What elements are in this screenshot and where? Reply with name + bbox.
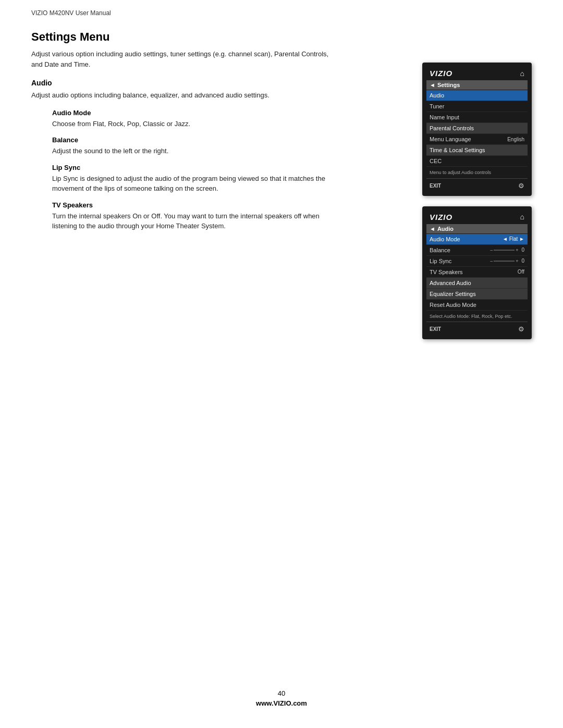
tv-lip-sync[interactable]: Lip Sync – + 0	[426, 256, 528, 267]
tv-exit-2[interactable]: EXIT	[430, 326, 441, 332]
website-url: www.VIZIO.com	[256, 699, 307, 707]
tv-exit-1[interactable]: EXIT	[430, 183, 441, 189]
tv-home-icon-1: ⌂	[520, 69, 524, 78]
tv-back-arrow-2: ◄	[430, 226, 435, 232]
tv-equalizer[interactable]: Equalizer Settings	[426, 289, 528, 300]
tv-menu-audio[interactable]: Audio	[426, 90, 528, 101]
subsection-tv-speakers: TV Speakers Turn the internal speakers O…	[52, 201, 334, 231]
tv-reset-audio-label: Reset Audio Mode	[430, 302, 476, 308]
tv-menu-cec[interactable]: CEC	[426, 156, 528, 167]
tv-lip-sync-val: 0	[521, 258, 524, 264]
tv-menu-parental[interactable]: Parental Controls	[426, 123, 528, 134]
tv-menu-name-input[interactable]: Name Input	[426, 112, 528, 123]
tv-audio-mode-label: Audio Mode	[430, 236, 460, 242]
tv-menu-tuner-label: Tuner	[430, 103, 444, 109]
tv-footer-2: EXIT ⚙	[426, 323, 528, 335]
tv-separator-1	[426, 178, 528, 179]
tv-menu-time-local-label: Time & Local Settings	[430, 147, 485, 153]
tv-home-icon-2: ⌂	[520, 213, 524, 221]
tv-equalizer-label: Equalizer Settings	[430, 291, 476, 297]
page-number: 40	[0, 689, 563, 697]
tv-balance-label: Balance	[430, 247, 450, 253]
page-footer: 40 www.VIZIO.com	[0, 674, 563, 712]
tv-logo-2: VIZIO	[430, 213, 452, 221]
tv-speakers-value: Off	[518, 269, 524, 275]
tv-screen-settings: VIZIO ⌂ ◄ Settings Audio Tuner Name Inpu…	[422, 63, 532, 196]
tv-menu-language-value: English	[507, 137, 524, 142]
tv-menu-language[interactable]: Menu Language English	[426, 134, 528, 145]
audio-mode-text: Choose from Flat, Rock, Pop, Classic or …	[52, 119, 334, 129]
balance-text: Adjust the sound to the left or the righ…	[52, 146, 334, 156]
tv-ok-icon-1: ⚙	[518, 182, 524, 190]
audio-text: Adjust audio options including balance, …	[31, 90, 334, 101]
subsection-lip-sync: Lip Sync Lip Sync is designed to adjust …	[52, 164, 334, 194]
tv-speakers-text: Turn the internal speakers On or Off. Yo…	[52, 211, 334, 231]
tv-back-label-2: Audio	[437, 226, 454, 232]
intro-text: Adjust various option including audio se…	[31, 49, 334, 69]
page-header: VIZIO M420NV User Manual	[0, 0, 563, 20]
tv-menu-parental-label: Parental Controls	[430, 125, 474, 131]
tv-footer-1: EXIT ⚙	[426, 180, 528, 192]
tv-audio-mode-value: ◄ Flat ►	[503, 236, 524, 242]
tv-balance-val: 0	[521, 247, 524, 253]
tv-back-row-2: ◄ Audio	[426, 224, 528, 233]
main-content: Settings Menu Adjust various option incl…	[0, 20, 365, 249]
tv-menu-tuner[interactable]: Tuner	[426, 101, 528, 112]
tv-logo-1: VIZIO	[430, 69, 452, 78]
tv-ok-icon-2: ⚙	[518, 325, 524, 333]
subsection-balance: Balance Adjust the sound to the left or …	[52, 136, 334, 156]
tv-menu-cec-label: CEC	[430, 158, 442, 164]
tv-menu-audio-label: Audio	[430, 92, 444, 98]
tv-balance-slider: – + 0	[490, 247, 524, 253]
lip-sync-text: Lip Sync is designed to adjust the audio…	[52, 174, 334, 194]
tv-speakers-item[interactable]: TV Speakers Off	[426, 267, 528, 278]
tv-header-1: VIZIO ⌂	[426, 67, 528, 80]
tv-status-1: Menu to adjust Audio controls	[426, 167, 528, 178]
section-audio: Audio Adjust audio options including bal…	[31, 79, 334, 231]
tv-lip-sync-slider: – + 0	[490, 258, 524, 264]
tv-reset-audio[interactable]: Reset Audio Mode	[426, 300, 528, 311]
tv-back-label-1: Settings	[437, 82, 460, 88]
tv-back-arrow-1: ◄	[430, 82, 435, 88]
tv-speakers-heading: TV Speakers	[52, 201, 334, 209]
tv-status-2: Select Audio Mode: Flat, Rock, Pop etc.	[426, 311, 528, 322]
tv-speakers-label: TV Speakers	[430, 269, 463, 275]
audio-mode-heading: Audio Mode	[52, 109, 334, 117]
lip-sync-heading: Lip Sync	[52, 164, 334, 171]
tv-lip-sync-label: Lip Sync	[430, 258, 451, 264]
manual-title: VIZIO M420NV User Manual	[31, 9, 111, 17]
tv-screenshots: VIZIO ⌂ ◄ Settings Audio Tuner Name Inpu…	[422, 63, 532, 339]
tv-menu-name-input-label: Name Input	[430, 114, 459, 120]
page-title: Settings Menu	[31, 30, 334, 44]
tv-balance[interactable]: Balance – + 0	[426, 245, 528, 256]
tv-audio-mode[interactable]: Audio Mode ◄ Flat ►	[426, 234, 528, 245]
balance-heading: Balance	[52, 136, 334, 144]
tv-screen-audio: VIZIO ⌂ ◄ Audio Audio Mode ◄ Flat ► Bala…	[422, 206, 532, 340]
subsection-audio-mode: Audio Mode Choose from Flat, Rock, Pop, …	[52, 109, 334, 129]
tv-separator-2	[426, 322, 528, 322]
tv-advanced-audio-label: Advanced Audio	[430, 280, 471, 286]
tv-advanced-audio[interactable]: Advanced Audio	[426, 278, 528, 289]
tv-menu-time-local[interactable]: Time & Local Settings	[426, 145, 528, 156]
tv-header-2: VIZIO ⌂	[426, 211, 528, 224]
tv-back-row-1: ◄ Settings	[426, 80, 528, 90]
tv-menu-language-label: Menu Language	[430, 136, 471, 142]
audio-heading: Audio	[31, 79, 334, 87]
